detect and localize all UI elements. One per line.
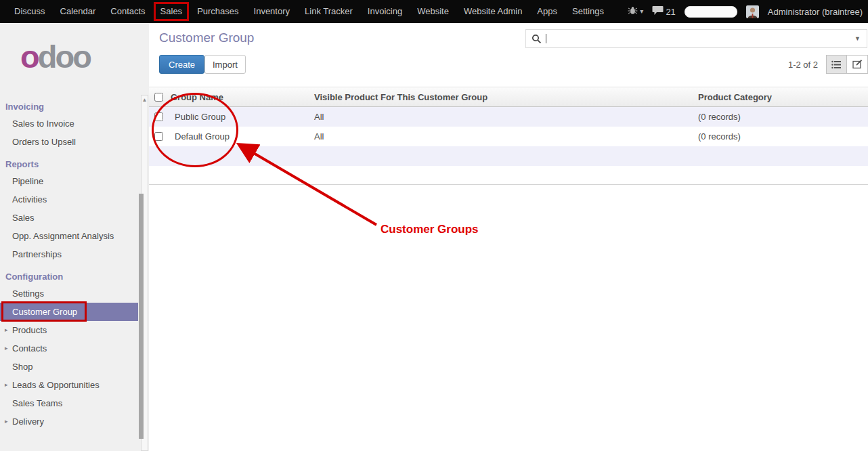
sidebar-scroll-gutter: ▲: [138, 23, 149, 451]
column-header-product-category[interactable]: Product Category: [695, 92, 868, 102]
sidebar-item-shop[interactable]: Shop: [0, 358, 138, 376]
create-button[interactable]: Create: [159, 55, 204, 74]
empty-row: [149, 146, 868, 166]
topbar-item-discuss[interactable]: Discuss: [7, 0, 53, 23]
sidebar-item-delivery[interactable]: ▸Delivery: [0, 412, 138, 431]
sidebar-item-contacts[interactable]: ▸Contacts: [0, 339, 138, 358]
expand-triangle-icon: ▸: [5, 326, 8, 333]
odoo-logo[interactable]: odoo: [20, 38, 138, 77]
list-icon: [831, 60, 842, 69]
sidebar-item-sales-teams[interactable]: Sales Teams: [0, 394, 138, 412]
topbar-item-website-admin[interactable]: Website Admin: [456, 0, 529, 23]
caret-down-icon: ▾: [640, 8, 643, 15]
expand-triangle-icon: ▸: [5, 345, 8, 351]
sidebar-item-label: Leads & Opportunities: [12, 380, 100, 390]
search-bar: ▼: [525, 29, 867, 48]
sidebar-section-invoicing: Invoicing Sales to Invoice Orders to Ups…: [0, 98, 138, 151]
topbar-item-website[interactable]: Website: [410, 0, 456, 23]
logo-letter: d: [38, 39, 56, 74]
import-button[interactable]: Import: [204, 55, 246, 74]
sidebar-item-settings[interactable]: Settings: [0, 284, 138, 303]
checkbox[interactable]: [154, 132, 163, 141]
row-checkbox-cell: [149, 112, 168, 121]
sidebar-item-sales-to-invoice[interactable]: Sales to Invoice: [0, 114, 138, 133]
logo-letter: o: [72, 39, 90, 74]
edit-form-icon: [852, 60, 863, 69]
table-row[interactable]: Default Group All (0 records): [149, 127, 868, 146]
bug-icon: [628, 6, 638, 17]
sidebar-item-label: Sales: [12, 213, 35, 223]
search-input[interactable]: [546, 31, 854, 46]
sidebar-item-label: Partnerships: [12, 249, 62, 259]
cell-product-category: (0 records): [695, 112, 868, 122]
sidebar-item-opp-assignment[interactable]: Opp. Assignment Analysis: [0, 227, 138, 245]
sidebar-item-label: Customer Group: [12, 307, 77, 317]
topbar-item-purchases[interactable]: Purchases: [190, 0, 246, 23]
odoo-app-window: Discuss Calendar Contacts Sales Purchase…: [0, 0, 868, 451]
sidebar-item-label: Sales Teams: [12, 398, 62, 408]
scrollbar-thumb[interactable]: [139, 194, 144, 439]
topbar-item-apps[interactable]: Apps: [529, 0, 565, 23]
sidebar-item-activities[interactable]: Activities: [0, 190, 138, 209]
topbar-item-calendar[interactable]: Calendar: [53, 0, 104, 23]
scrollbar-up-arrow-icon[interactable]: ▲: [142, 96, 148, 104]
sidebar-item-customer-group[interactable]: Customer Group: [0, 303, 138, 321]
topbar-item-sales[interactable]: Sales: [156, 4, 188, 19]
sidebar-section-reports: Reports Pipeline Activities Sales Opp. A…: [0, 155, 138, 263]
select-all-checkbox[interactable]: [149, 93, 168, 102]
debug-menu-button[interactable]: ▾: [628, 6, 643, 17]
sidebar-item-label: Pipeline: [12, 176, 43, 186]
sidebar-menu: Invoicing Sales to Invoice Orders to Ups…: [0, 98, 138, 431]
search-dropdown-caret-icon[interactable]: ▼: [854, 35, 861, 42]
pager-range: 1-2 of 2: [788, 60, 818, 70]
sidebar-section-header: Configuration: [0, 267, 138, 284]
topbar-item-link-tracker[interactable]: Link Tracker: [297, 0, 360, 23]
sidebar-item-orders-to-upsell[interactable]: Orders to Upsell: [0, 133, 138, 151]
table-row[interactable]: Public Group All (0 records): [149, 107, 868, 127]
sidebar-section-configuration: Configuration Settings Customer Group ▸P…: [0, 267, 138, 431]
column-header-group-name[interactable]: Group Name: [168, 92, 311, 102]
sidebar-item-pipeline[interactable]: Pipeline: [0, 172, 138, 190]
status-pill-widget[interactable]: [685, 6, 737, 18]
form-view-button[interactable]: [847, 55, 868, 74]
cell-visible-product: All: [311, 112, 695, 122]
sidebar-item-label: Opp. Assignment Analysis: [12, 231, 114, 241]
cell-group-name: Default Group: [168, 131, 311, 142]
cell-product-category: (0 records): [695, 131, 868, 142]
search-icon: [531, 34, 542, 44]
list-view-button[interactable]: [826, 55, 847, 74]
column-header-visible-product[interactable]: Visible Product For This Customer Group: [311, 92, 695, 102]
checkbox[interactable]: [154, 112, 163, 121]
empty-row: [149, 166, 868, 184]
messages-button[interactable]: 21: [652, 5, 675, 18]
sidebar-item-label: Orders to Upsell: [12, 137, 76, 147]
sidebar: odoo Invoicing Sales to Invoice Orders t…: [0, 23, 138, 451]
sidebar-item-leads-opportunities[interactable]: ▸Leads & Opportunities: [0, 376, 138, 394]
topbar-item-contacts[interactable]: Contacts: [103, 0, 152, 23]
messages-count: 21: [666, 7, 675, 17]
sidebar-section-header: Reports: [0, 155, 138, 172]
annotation-sales-box: Sales: [154, 2, 190, 21]
topbar-item-invoicing[interactable]: Invoicing: [360, 0, 410, 23]
sidebar-item-sales[interactable]: Sales: [0, 209, 138, 227]
top-menu-bar: Discuss Calendar Contacts Sales Purchase…: [0, 0, 868, 23]
breadcrumb-page-title: Customer Group: [159, 30, 254, 45]
sidebar-item-label: Sales to Invoice: [12, 119, 74, 129]
sidebar-item-label: Settings: [12, 288, 44, 299]
sidebar-item-products[interactable]: ▸Products: [0, 321, 138, 339]
sidebar-section-header: Invoicing: [0, 98, 138, 114]
logo-letter: o: [55, 39, 72, 74]
user-avatar[interactable]: [746, 5, 759, 18]
logo-letter: o: [20, 39, 38, 74]
topbar-item-inventory[interactable]: Inventory: [246, 0, 297, 23]
view-switcher: [826, 55, 868, 74]
topbar-item-settings[interactable]: Settings: [565, 0, 611, 23]
top-menu-nav: Discuss Calendar Contacts Sales Purchase…: [0, 0, 611, 23]
sidebar-item-label: Products: [12, 325, 47, 335]
checkbox[interactable]: [154, 93, 163, 102]
expand-triangle-icon: ▸: [5, 418, 8, 425]
user-menu[interactable]: Administrator (braintree): [768, 7, 863, 17]
main-content: Customer Group ▼ Create Import 1-2 of 2: [149, 23, 868, 451]
sidebar-item-label: Contacts: [12, 343, 47, 353]
sidebar-item-partnerships[interactable]: Partnerships: [0, 245, 138, 263]
